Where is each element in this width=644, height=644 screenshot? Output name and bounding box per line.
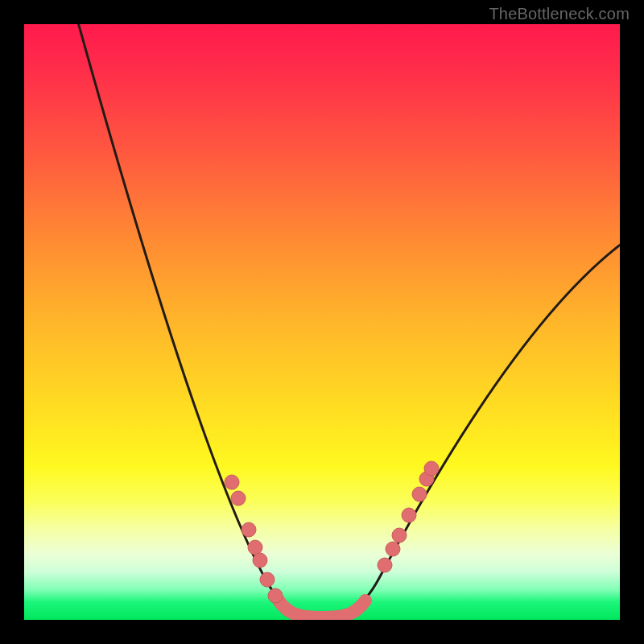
marker-right-0 xyxy=(378,558,392,572)
markers-left xyxy=(225,475,283,603)
watermark-text: TheBottleneck.com xyxy=(489,5,630,23)
marker-left-3 xyxy=(248,540,262,555)
curve-overlay xyxy=(24,24,620,620)
plot-area xyxy=(24,24,620,620)
marker-left-5 xyxy=(260,572,275,587)
marker-right-2 xyxy=(392,528,407,543)
marker-left-4 xyxy=(253,553,267,568)
markers-right xyxy=(378,461,439,572)
marker-right-3 xyxy=(402,508,416,522)
bottleneck-curve xyxy=(74,24,620,618)
marker-right-4 xyxy=(412,487,427,502)
marker-right-1 xyxy=(386,542,400,556)
marker-left-1 xyxy=(231,491,246,506)
marker-left-2 xyxy=(242,522,256,537)
marker-left-6 xyxy=(268,588,283,603)
optimal-band xyxy=(279,601,365,617)
marker-right-6 xyxy=(424,461,439,476)
marker-left-0 xyxy=(225,475,239,489)
chart-stage: TheBottleneck.com xyxy=(0,0,644,644)
